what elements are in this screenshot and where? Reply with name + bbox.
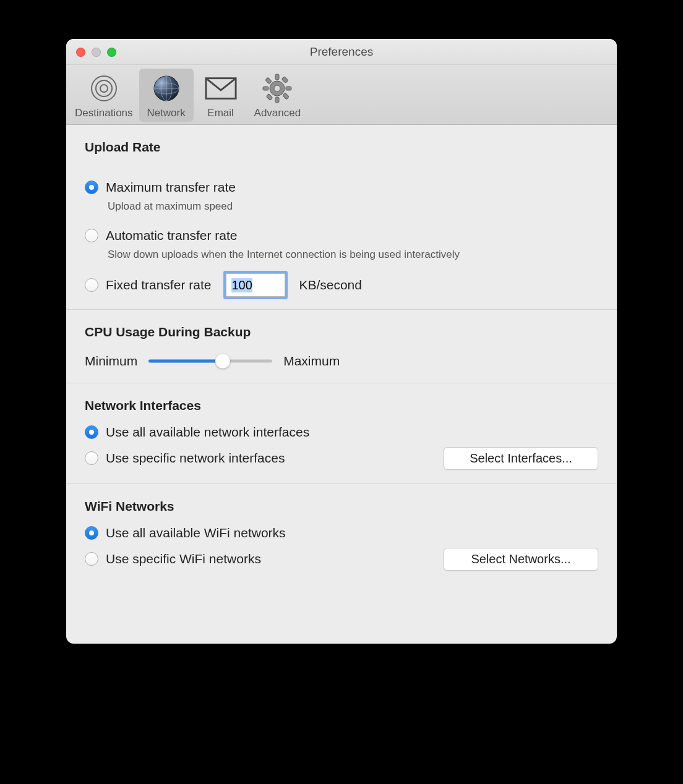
radio-auto-sub: Slow down uploads when the Internet conn…	[108, 249, 598, 261]
svg-point-16	[274, 85, 280, 92]
envelope-icon	[205, 72, 237, 104]
radio-all-interfaces[interactable]	[85, 425, 98, 439]
toolbar: Destinations N	[66, 65, 617, 125]
radio-specific-wifi[interactable]	[85, 552, 98, 566]
window-title: Preferences	[66, 45, 617, 59]
target-icon	[88, 72, 120, 104]
select-interfaces-button[interactable]: Select Interfaces...	[444, 447, 598, 470]
gear-icon	[261, 72, 293, 104]
radio-maximum-transfer-rate[interactable]	[85, 181, 98, 194]
svg-rect-8	[275, 74, 279, 80]
radio-max-sub: Upload at maximum speed	[108, 200, 598, 213]
upload-rate-heading: Upload Rate	[85, 140, 598, 155]
svg-rect-13	[283, 93, 290, 100]
content: Upload Rate Maximum transfer rate Upload…	[66, 125, 617, 584]
svg-rect-9	[275, 97, 279, 103]
cpu-max-label: Maximum	[283, 354, 340, 369]
radio-row-max[interactable]: Maximum transfer rate	[85, 177, 598, 198]
tab-network[interactable]: Network	[139, 69, 194, 122]
minimize-button[interactable]	[92, 48, 101, 57]
radio-fixed-transfer-rate[interactable]	[85, 278, 98, 292]
radio-max-label: Maximum transfer rate	[106, 180, 236, 195]
network-interfaces-heading: Network Interfaces	[85, 398, 598, 413]
radio-row-specific-wifi[interactable]: Use specific WiFi networks	[85, 548, 444, 569]
fixed-rate-input[interactable]	[226, 273, 285, 297]
network-globe-icon	[150, 72, 183, 104]
tab-network-label: Network	[147, 107, 185, 119]
svg-point-2	[100, 85, 108, 92]
titlebar: Preferences	[66, 39, 617, 65]
section-upload-rate: Upload Rate Maximum transfer rate Upload…	[66, 125, 617, 310]
wifi-networks-heading: WiFi Networks	[85, 499, 598, 514]
svg-rect-14	[282, 77, 289, 83]
cpu-usage-slider[interactable]	[148, 352, 272, 370]
tab-destinations-label: Destinations	[75, 107, 133, 119]
radio-row-all-wifi[interactable]: Use all available WiFi networks	[85, 522, 598, 543]
tab-email[interactable]: Email	[194, 69, 248, 122]
svg-rect-11	[286, 87, 291, 90]
radio-row-all-interfaces[interactable]: Use all available network interfaces	[85, 422, 598, 443]
svg-rect-12	[265, 77, 272, 84]
radio-all-wifi[interactable]	[85, 526, 98, 540]
kb-per-second-label: KB/second	[299, 278, 362, 292]
section-cpu-usage: CPU Usage During Backup Minimum Maximum	[66, 310, 617, 383]
radio-specific-interfaces-label: Use specific network interfaces	[106, 451, 285, 466]
radio-specific-interfaces[interactable]	[85, 451, 98, 465]
radio-auto-label: Automatic transfer rate	[106, 228, 237, 243]
close-button[interactable]	[76, 48, 85, 57]
radio-specific-wifi-label: Use specific WiFi networks	[106, 552, 261, 566]
tab-destinations[interactable]: Destinations	[69, 69, 139, 122]
cpu-usage-heading: CPU Usage During Backup	[85, 325, 598, 339]
svg-rect-10	[263, 87, 268, 90]
section-wifi-networks: WiFi Networks Use all available WiFi net…	[66, 484, 617, 584]
tab-email-label: Email	[207, 107, 234, 119]
zoom-button[interactable]	[107, 48, 116, 57]
radio-fixed-label: Fixed transfer rate	[106, 278, 211, 292]
radio-row-fixed[interactable]: Fixed transfer rate KB/second	[85, 273, 598, 297]
window-controls	[76, 48, 116, 57]
radio-all-interfaces-label: Use all available network interfaces	[106, 425, 309, 440]
cpu-slider-row: Minimum Maximum	[85, 352, 598, 370]
tab-advanced[interactable]: Advanced	[248, 69, 307, 122]
svg-rect-15	[267, 94, 273, 101]
radio-all-wifi-label: Use all available WiFi networks	[106, 526, 286, 540]
cpu-min-label: Minimum	[85, 354, 137, 369]
preferences-window: Preferences Destinations	[66, 39, 617, 644]
radio-row-auto[interactable]: Automatic transfer rate	[85, 225, 598, 246]
slider-thumb[interactable]	[215, 354, 230, 369]
section-network-interfaces: Network Interfaces Use all available net…	[66, 383, 617, 484]
tab-advanced-label: Advanced	[254, 107, 301, 119]
radio-automatic-transfer-rate[interactable]	[85, 229, 98, 242]
slider-fill	[148, 360, 223, 363]
svg-point-1	[96, 80, 112, 96]
radio-row-specific-interfaces[interactable]: Use specific network interfaces	[85, 448, 444, 469]
select-networks-button[interactable]: Select Networks...	[444, 548, 598, 571]
